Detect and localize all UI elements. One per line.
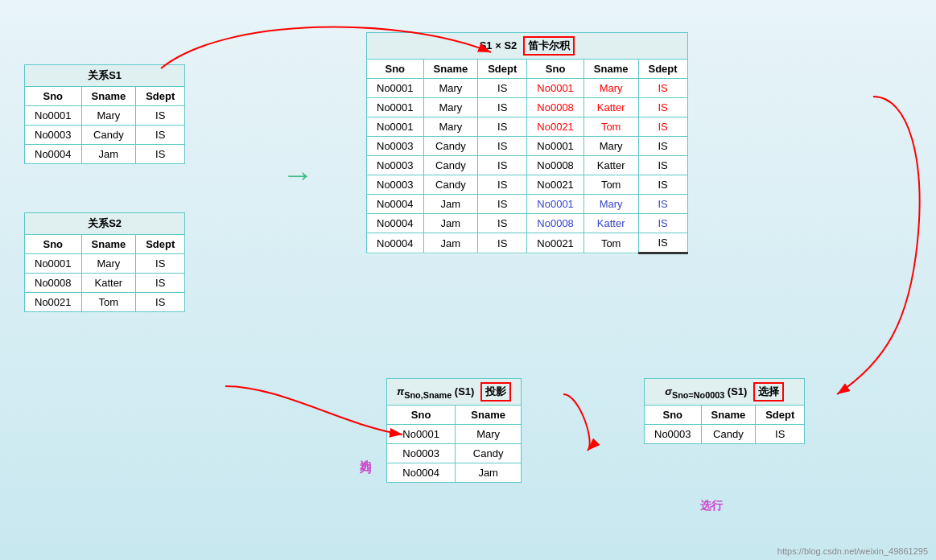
projection-row-3: No0004 Jam <box>387 463 522 483</box>
s2-table-container: 关系S2 Sno Sname Sdept No0001 Mary IS No00… <box>24 212 185 312</box>
product-table-container: S1 × S2 笛卡尔积 Sno Sname Sdept Sno Sname S… <box>366 32 688 254</box>
product-row-6: No0003 Candy IS No0021 Tom IS <box>367 175 688 195</box>
product-row-1: No0001 Mary IS No0001 Mary IS <box>367 79 688 98</box>
projection-title: πSno,Sname (S1) 投影 <box>387 379 522 406</box>
projection-table: πSno,Sname (S1) 投影 Sno Sname No0001 Mary… <box>386 378 522 483</box>
label-xuanlie: 选 列 <box>358 451 373 454</box>
left-section: 关系S1 Sno Sname Sdept No0001 Mary IS No00… <box>24 64 185 312</box>
product-row-3: No0001 Mary IS No0021 Tom IS <box>367 117 688 137</box>
s2-table: 关系S2 Sno Sname Sdept No0001 Mary IS No00… <box>24 212 185 312</box>
s1-header-sdept: Sdept <box>136 87 185 106</box>
product-row-2: No0001 Mary IS No0008 Katter IS <box>367 98 688 117</box>
projection-row-1: No0001 Mary <box>387 425 522 444</box>
s2-row-3: No0021 Tom IS <box>25 293 185 312</box>
page-container: 关系S1 Sno Sname Sdept No0001 Mary IS No00… <box>0 0 936 560</box>
s1-row-2: No0003 Candy IS <box>25 126 185 145</box>
label-xuanhang: 选行 <box>700 499 723 513</box>
product-title: S1 × S2 笛卡尔积 <box>367 33 688 60</box>
projection-label-box: 投影 <box>480 382 511 401</box>
projection-table-container: πSno,Sname (S1) 投影 Sno Sname No0001 Mary… <box>386 378 522 483</box>
product-subtitle-box: 笛卡尔积 <box>523 36 575 56</box>
s2-row-2: No0008 Katter IS <box>25 274 185 293</box>
arrow-right: → <box>282 157 314 193</box>
s1-row-1: No0001 Mary IS <box>25 106 185 126</box>
product-row-8: No0004 Jam IS No0008 Katter IS <box>367 214 688 233</box>
product-table: S1 × S2 笛卡尔积 Sno Sname Sdept Sno Sname S… <box>366 32 688 254</box>
selection-row-1: No0003 Candy IS <box>645 425 805 444</box>
s1-title: 关系S1 <box>25 65 185 87</box>
s1-header-sno: Sno <box>25 87 82 106</box>
projection-row-2: No0003 Candy <box>387 444 522 463</box>
s2-header-sno: Sno <box>25 235 82 254</box>
s1-header-sname: Sname <box>81 87 136 106</box>
product-row-9: No0004 Jam IS No0021 Tom IS <box>367 233 688 253</box>
product-row-7: No0004 Jam IS No0001 Mary IS <box>367 195 688 214</box>
s2-title: 关系S2 <box>25 213 185 235</box>
selection-label-box: 选择 <box>753 382 784 401</box>
selection-table: σSno=No0003 (S1) 选择 Sno Sname Sdept No00… <box>644 378 805 444</box>
s2-header-sdept: Sdept <box>136 235 185 254</box>
s2-row-1: No0001 Mary IS <box>25 254 185 274</box>
product-row-5: No0003 Candy IS No0008 Katter IS <box>367 156 688 175</box>
selection-title: σSno=No0003 (S1) 选择 <box>645 379 805 406</box>
selection-table-container: σSno=No0003 (S1) 选择 Sno Sname Sdept No00… <box>644 378 805 444</box>
s1-row-3: No0004 Jam IS <box>25 145 185 164</box>
product-row-4: No0003 Candy IS No0001 Mary IS <box>367 137 688 156</box>
s1-table: 关系S1 Sno Sname Sdept No0001 Mary IS No00… <box>24 64 185 164</box>
s2-header-sname: Sname <box>81 235 136 254</box>
s1-table-container: 关系S1 Sno Sname Sdept No0001 Mary IS No00… <box>24 64 185 164</box>
watermark: https://blog.csdn.net/weixin_49861295 <box>777 546 928 556</box>
